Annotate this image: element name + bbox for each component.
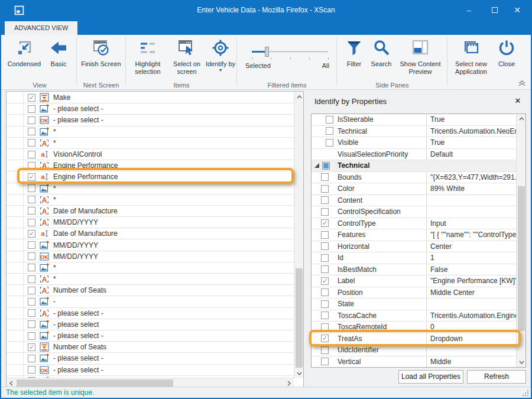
- tree-row[interactable]: *: [7, 262, 294, 274]
- tree-row[interactable]: AMM/DD/YYYY: [7, 217, 294, 228]
- checkbox-checked[interactable]: ✓: [321, 219, 329, 227]
- property-row[interactable]: VisualSelectionPriorityDefault: [312, 149, 516, 161]
- checkbox-indeterminate[interactable]: [322, 162, 330, 170]
- checkbox-unchecked[interactable]: [321, 300, 329, 308]
- property-value[interactable]: False: [426, 264, 516, 275]
- checkbox-unchecked[interactable]: [326, 116, 333, 124]
- tree-row[interactable]: OK- please select -: [7, 115, 294, 126]
- checkbox-unchecked[interactable]: [321, 323, 329, 331]
- checkbox-unchecked[interactable]: [321, 196, 329, 204]
- checkbox-unchecked[interactable]: [28, 116, 35, 124]
- minimize-button[interactable]: –: [459, 1, 479, 20]
- identify-by-button[interactable]: Identify by ▾: [205, 37, 236, 72]
- checkbox-unchecked[interactable]: [321, 312, 329, 319]
- tree-row[interactable]: A*: [7, 138, 294, 149]
- checkbox-unchecked[interactable]: [28, 264, 35, 271]
- refresh-button[interactable]: Refresh: [467, 370, 526, 384]
- checkbox-unchecked[interactable]: [28, 196, 35, 203]
- tree-horizontal-scrollbar[interactable]: [7, 378, 294, 387]
- tree-row[interactable]: - please select -: [7, 353, 294, 364]
- property-row[interactable]: IsSteerableTrue: [312, 114, 516, 126]
- checkbox-unchecked[interactable]: [28, 332, 35, 340]
- expand-collapse-icon[interactable]: [314, 163, 320, 168]
- checkbox-unchecked[interactable]: [321, 346, 329, 354]
- checkbox-unchecked[interactable]: [28, 139, 35, 147]
- checkbox-unchecked[interactable]: [28, 309, 35, 317]
- property-value[interactable]: True: [426, 137, 516, 148]
- select-on-screen-button[interactable]: Select on screen: [169, 37, 205, 76]
- checkbox-checked[interactable]: ✓: [28, 94, 35, 102]
- tree-row[interactable]: ✓Number of Seats: [7, 342, 294, 353]
- property-row[interactable]: Features"[ { ""name"": ""ControlType...: [312, 229, 516, 241]
- tree-row[interactable]: A*: [7, 194, 294, 206]
- checkbox-checked[interactable]: ✓: [321, 335, 329, 342]
- checkbox-unchecked[interactable]: [28, 162, 35, 170]
- property-value[interactable]: 0: [426, 322, 516, 333]
- property-row[interactable]: ✓ControlTypeInput: [312, 218, 516, 230]
- checkbox-unchecked[interactable]: [28, 298, 35, 306]
- tree-row[interactable]: ✓aDate of Manufacture: [7, 228, 294, 239]
- tree-row[interactable]: ✓Make: [7, 92, 294, 103]
- property-value[interactable]: True: [426, 114, 516, 125]
- property-value[interactable]: Center: [426, 241, 516, 252]
- checkbox-unchecked[interactable]: [28, 287, 35, 294]
- collapse-ribbon-icon[interactable]: [518, 80, 526, 87]
- tree-row[interactable]: *: [7, 183, 294, 194]
- filter-button[interactable]: Filter: [341, 37, 367, 68]
- property-row[interactable]: HorizontalCenter: [312, 241, 516, 253]
- property-value[interactable]: "{X=623,Y=477,Width=291...: [426, 172, 516, 183]
- property-row[interactable]: Id1: [312, 252, 516, 264]
- checkbox-unchecked[interactable]: [28, 207, 35, 215]
- property-value[interactable]: "Engine Performance [KW]": [426, 275, 516, 287]
- scroll-down-icon[interactable]: [294, 369, 304, 378]
- property-row[interactable]: PositionMiddle Center: [312, 287, 516, 299]
- checkbox-unchecked[interactable]: [321, 231, 329, 239]
- tree-vertical-scrollbar[interactable]: [294, 92, 303, 378]
- property-row[interactable]: Content: [312, 195, 516, 207]
- checkbox-unchecked[interactable]: [28, 320, 35, 328]
- property-row[interactable]: ToscaCacheTricentis.Automation.Engine...: [312, 310, 516, 322]
- close-scan-button[interactable]: Close: [494, 37, 519, 68]
- tree-row[interactable]: - please select: [7, 319, 294, 330]
- property-row[interactable]: IsBestMatchFalse: [312, 264, 516, 276]
- checkbox-checked[interactable]: ✓: [28, 173, 35, 181]
- property-value[interactable]: 1: [426, 252, 516, 264]
- property-value[interactable]: Input: [426, 218, 516, 229]
- property-value[interactable]: 89% White: [426, 183, 516, 194]
- tab-advanced-view[interactable]: ADVANCED VIEW: [5, 21, 77, 35]
- checkbox-unchecked[interactable]: [326, 127, 333, 135]
- checkbox-unchecked[interactable]: [321, 242, 329, 250]
- scroll-down-icon[interactable]: [517, 358, 526, 367]
- checkbox-unchecked[interactable]: [28, 128, 35, 135]
- filter-slider-thumb[interactable]: [265, 47, 269, 57]
- checkbox-unchecked[interactable]: [28, 355, 35, 362]
- property-value[interactable]: Middle Center: [426, 287, 516, 299]
- scroll-up-icon[interactable]: [294, 92, 304, 102]
- checkbox-unchecked[interactable]: [28, 219, 35, 226]
- tree-row[interactable]: ADate of Manufacture: [7, 206, 294, 217]
- property-row[interactable]: ControlSpecification: [312, 206, 516, 218]
- maximize-button[interactable]: [485, 1, 505, 20]
- tree-row[interactable]: -: [7, 296, 294, 307]
- checkbox-unchecked[interactable]: [28, 275, 35, 283]
- property-row[interactable]: ToscaRemoteId0: [312, 322, 516, 333]
- checkbox-unchecked[interactable]: [28, 241, 35, 249]
- checkbox-unchecked[interactable]: [28, 105, 35, 113]
- property-value[interactable]: Dropdown: [426, 333, 516, 345]
- checkbox-checked[interactable]: ✓: [28, 230, 35, 238]
- condensed-button[interactable]: Condensed: [6, 37, 43, 68]
- property-row[interactable]: TechnicalTricentis.Automation.NeoEn...: [312, 126, 516, 138]
- tree-row[interactable]: ANumber of Seats: [7, 285, 294, 296]
- property-value[interactable]: "[ { ""name"": ""ControlType...: [426, 229, 516, 241]
- finish-screen-button[interactable]: Finish Screen: [80, 37, 122, 68]
- property-value[interactable]: Tricentis.Automation.NeoEn...: [426, 126, 516, 137]
- checkbox-checked[interactable]: ✓: [321, 277, 329, 285]
- tree-row[interactable]: AEngine Performance: [7, 160, 294, 171]
- grid-vscroll-thumb[interactable]: [518, 186, 525, 331]
- tree-hscroll-thumb[interactable]: [17, 379, 173, 387]
- property-value[interactable]: Tricentis.Automation.Engine...: [426, 310, 516, 322]
- property-row[interactable]: State: [312, 299, 516, 310]
- property-value[interactable]: Default: [426, 149, 516, 160]
- tree-row[interactable]: MM/DD/YYYY: [7, 239, 294, 251]
- checkbox-unchecked[interactable]: [28, 366, 35, 374]
